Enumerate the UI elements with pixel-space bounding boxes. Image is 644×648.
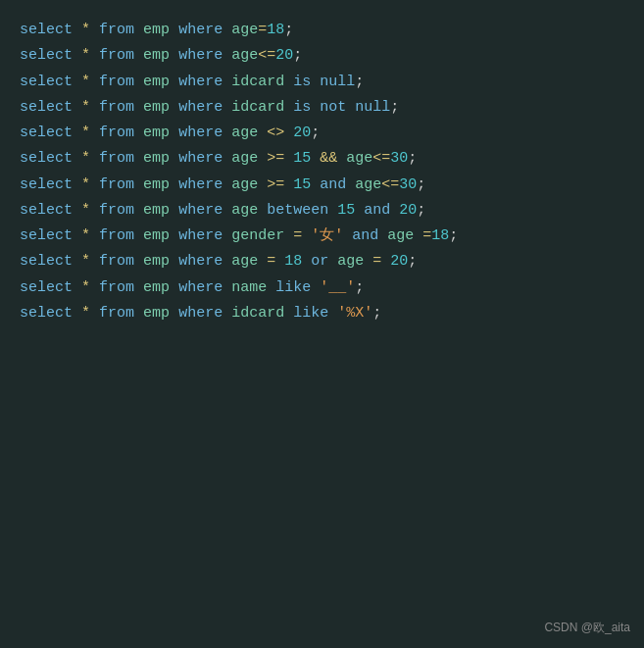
code-line: select * from emp where age <> 20;: [20, 121, 624, 146]
code-line: select * from emp where age between 15 a…: [20, 198, 624, 224]
code-line: select * from emp where age >= 15 and ag…: [20, 173, 624, 198]
watermark: CSDN @欧_aita: [544, 618, 630, 638]
code-line: select * from emp where gender = '女' and…: [20, 224, 624, 249]
code-line: select * from emp where name like '__';: [20, 275, 624, 301]
code-line: select * from emp where age >= 15 && age…: [20, 146, 624, 172]
code-line: select * from emp where idcard like '%X'…: [20, 301, 624, 326]
code-line: select * from emp where idcard is not nu…: [20, 95, 624, 121]
code-line: select * from emp where age<=20;: [20, 43, 624, 69]
code-line: select * from emp where age=18;: [20, 18, 624, 43]
code-line: select * from emp where idcard is null;: [20, 70, 624, 95]
code-block: select * from emp where age=18;select * …: [0, 0, 644, 648]
code-line: select * from emp where age = 18 or age …: [20, 249, 624, 274]
